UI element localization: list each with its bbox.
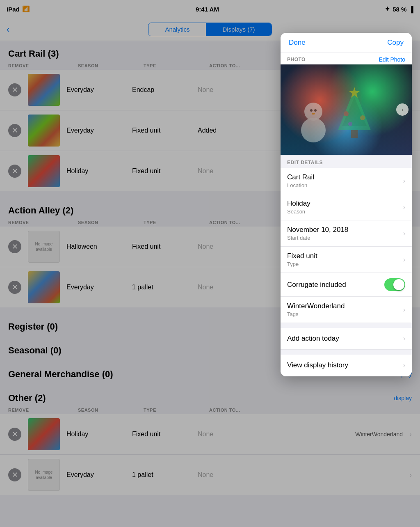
edit-details-label: EDIT DETAILS: [281, 155, 412, 168]
panel-copy-button[interactable]: Copy: [387, 39, 404, 47]
view-history-row[interactable]: View display history ›: [281, 355, 412, 376]
tags-label: Tags: [287, 311, 403, 317]
svg-rect-12: [281, 64, 412, 155]
type-chevron: ›: [403, 256, 405, 264]
season-detail-row[interactable]: Holiday Season ›: [281, 194, 412, 220]
panel-separator: [281, 323, 412, 328]
season-chevron: ›: [403, 204, 405, 211]
start-date-detail-row[interactable]: November 10, 2018 Start date ›: [281, 220, 412, 247]
tags-detail-row[interactable]: WinterWonderland Tags ›: [281, 297, 412, 323]
photo-label-row: PHOTO Edit Photo: [281, 53, 412, 64]
type-detail-row[interactable]: Fixed unit Type ›: [281, 247, 412, 273]
start-date-value: November 10, 2018: [287, 226, 403, 234]
type-label: Type: [287, 261, 403, 267]
tags-chevron: ›: [403, 306, 405, 314]
season-value: Holiday: [287, 199, 403, 208]
tags-content: WinterWonderland Tags: [287, 302, 403, 317]
view-history-chevron: ›: [403, 362, 405, 369]
season-label: Season: [287, 209, 403, 215]
panel-done-button[interactable]: Done: [289, 39, 306, 47]
location-detail-row[interactable]: Cart Rail Location ›: [281, 168, 412, 194]
type-content: Fixed unit Type: [287, 252, 403, 267]
edit-photo-button[interactable]: Edit Photo: [379, 56, 405, 63]
add-action-chevron: ›: [403, 335, 405, 342]
panel-photo[interactable]: ›: [281, 64, 412, 155]
toggle-knob: [393, 279, 404, 290]
view-history-label: View display history: [287, 361, 348, 369]
add-action-row[interactable]: Add action today ›: [281, 328, 412, 350]
location-content: Cart Rail Location: [287, 173, 403, 188]
corrugate-toggle-row: Corrugate included: [281, 273, 412, 297]
type-value: Fixed unit: [287, 252, 403, 260]
add-action-label: Add action today: [287, 335, 339, 343]
tags-value: WinterWonderland: [287, 302, 403, 310]
location-label: Location: [287, 182, 403, 188]
start-date-chevron: ›: [403, 230, 405, 237]
panel-header: Done Copy: [281, 33, 412, 53]
start-date-label: Start date: [287, 235, 403, 241]
location-value: Cart Rail: [287, 173, 403, 181]
start-date-content: November 10, 2018 Start date: [287, 226, 403, 241]
corrugate-label: Corrugate included: [287, 281, 346, 289]
season-content: Holiday Season: [287, 199, 403, 215]
panel-separator-2: [281, 350, 412, 355]
photo-label: PHOTO: [287, 57, 306, 62]
detail-panel: Done Copy PHOTO Edit Photo ›: [281, 33, 412, 376]
location-chevron: ›: [403, 177, 405, 185]
corrugate-toggle[interactable]: [384, 278, 405, 291]
